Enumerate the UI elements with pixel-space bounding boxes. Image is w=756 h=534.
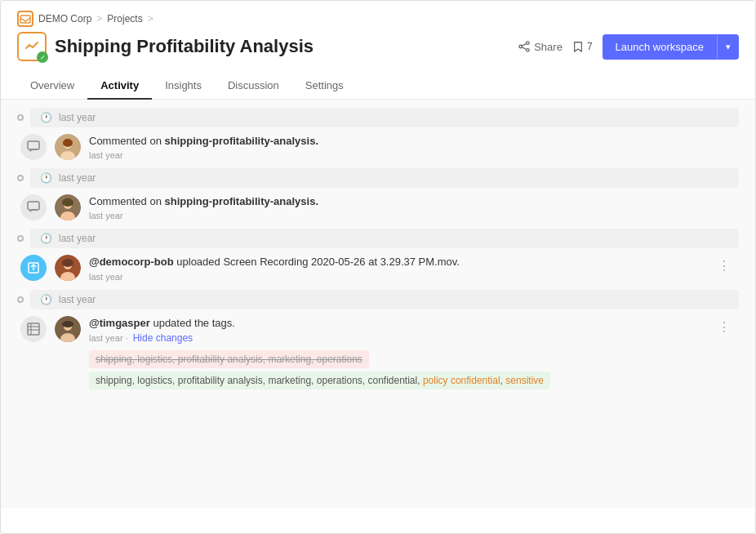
clock-icon-4: 🕐	[40, 294, 52, 305]
svg-rect-22	[28, 323, 39, 335]
timeline-dot-4	[17, 296, 24, 303]
activity-time-1: last year	[89, 150, 736, 160]
more-menu-4[interactable]: ⋮	[713, 319, 736, 335]
launch-workspace-label: Launch workspace	[603, 34, 717, 60]
share-label: Share	[534, 41, 563, 53]
company-icon	[17, 11, 33, 27]
avatar-4	[55, 316, 81, 342]
svg-point-29	[62, 321, 73, 327]
svg-rect-6	[28, 141, 39, 149]
activity-item-2: Commented on shipping-profitability-anal…	[17, 188, 739, 227]
svg-point-15	[62, 198, 73, 207]
activity-body-1: Commented on shipping-profitability-anal…	[89, 134, 736, 160]
tab-activity[interactable]: Activity	[87, 73, 152, 100]
share-button[interactable]: Share	[518, 41, 563, 53]
comment-icon-1	[20, 134, 47, 160]
page-title: Shipping Profitability Analysis	[55, 36, 314, 57]
svg-point-1	[527, 42, 530, 45]
tab-settings[interactable]: Settings	[292, 73, 357, 100]
activity-item-1: Commented on shipping-profitability-anal…	[17, 127, 739, 167]
date-label-1: last year	[59, 112, 96, 123]
avatar-3	[55, 255, 81, 281]
hide-changes-link[interactable]: Hide changes	[133, 332, 193, 344]
timeline-dot-2	[17, 175, 24, 181]
project-icon: ✓	[17, 32, 47, 61]
activity-time-4: last year · Hide changes	[89, 332, 705, 344]
more-menu-3[interactable]: ⋮	[713, 258, 736, 274]
activity-item-3: @democorp-bob uploaded Screen Recording …	[17, 248, 739, 287]
timeline-dot-3	[17, 235, 24, 242]
svg-point-3	[527, 49, 530, 52]
tab-discussion[interactable]: Discussion	[215, 73, 292, 100]
timeline-section-4: 🕐 last year	[17, 290, 739, 396]
activity-body-2: Commented on shipping-profitability-anal…	[89, 194, 736, 220]
timeline-section-1: 🕐 last year	[17, 108, 739, 167]
launch-workspace-arrow[interactable]: ▾	[717, 35, 739, 59]
date-bar-1: 🕐 last year	[30, 108, 739, 127]
svg-line-4	[523, 44, 527, 47]
check-badge: ✓	[37, 51, 48, 63]
avatar-2	[55, 194, 81, 220]
date-bar-2: 🕐 last year	[30, 168, 739, 188]
date-bar-3: 🕐 last year	[30, 229, 739, 248]
tag-icon	[20, 316, 47, 342]
bookmark-count: 7	[587, 41, 593, 52]
upload-icon	[20, 255, 47, 281]
svg-point-21	[62, 259, 73, 267]
activity-body-3: @democorp-bob uploaded Screen Recording …	[89, 255, 705, 281]
date-label-3: last year	[59, 233, 96, 244]
tab-insights[interactable]: Insights	[152, 73, 215, 100]
activity-text-2: Commented on shipping-profitability-anal…	[89, 194, 736, 209]
breadcrumb-sep2: >	[148, 13, 153, 24]
activity-time-2: last year	[89, 211, 736, 220]
timeline-section-2: 🕐 last year	[17, 168, 739, 227]
projects-link[interactable]: Projects	[107, 13, 142, 24]
clock-icon-1: 🕐	[40, 112, 52, 123]
tags-added: shipping, logistics, profitability analy…	[89, 372, 550, 389]
activity-content: 🕐 last year	[1, 100, 755, 508]
company-link[interactable]: DEMO Corp	[38, 13, 91, 24]
bookmark-button[interactable]: 7	[572, 41, 593, 52]
svg-point-2	[519, 45, 523, 48]
date-label-2: last year	[59, 172, 96, 184]
date-label-4: last year	[59, 294, 96, 305]
timeline-section-3: 🕐 last year	[17, 229, 739, 287]
activity-text-1: Commented on shipping-profitability-anal…	[89, 134, 736, 149]
clock-icon-3: 🕐	[40, 233, 52, 244]
title-actions: Share 7 Launch workspace ▾	[518, 34, 739, 60]
tags-removed: shipping, logistics, profitability analy…	[89, 350, 369, 368]
clock-icon-2: 🕐	[40, 172, 52, 184]
activity-text-4: @timgasper updated the tags.	[89, 316, 705, 331]
date-bar-4: 🕐 last year	[30, 290, 739, 309]
activity-text-3: @democorp-bob uploaded Screen Recording …	[89, 255, 705, 269]
svg-line-5	[523, 47, 527, 50]
svg-point-10	[63, 139, 73, 147]
launch-workspace-button[interactable]: Launch workspace ▾	[603, 34, 739, 60]
breadcrumb-sep1: >	[96, 13, 102, 24]
tab-overview[interactable]: Overview	[17, 73, 87, 100]
timeline-dot-1	[17, 114, 24, 121]
comment-icon-2	[20, 194, 47, 220]
timeline: 🕐 last year	[17, 100, 739, 398]
breadcrumb: DEMO Corp > Projects >	[17, 11, 739, 27]
activity-body-4: @timgasper updated the tags. last year ·…	[89, 316, 705, 389]
svg-rect-11	[28, 202, 39, 210]
tab-bar: Overview Activity Insights Discussion Se…	[17, 73, 739, 99]
activity-item-4: @timgasper updated the tags. last year ·…	[17, 309, 739, 396]
activity-time-3: last year	[89, 272, 705, 282]
avatar-1	[55, 134, 81, 160]
